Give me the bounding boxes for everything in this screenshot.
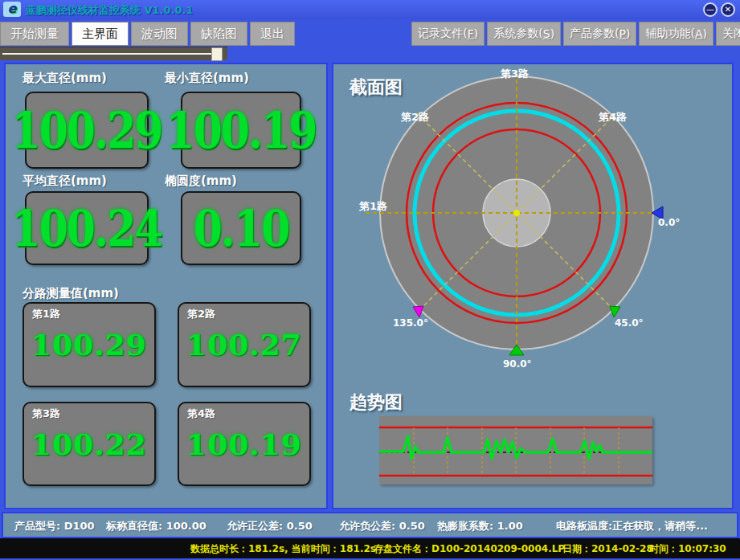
angle-45-label: 45.0°: [615, 317, 644, 329]
window-title: 蓝鹏测径仪线材监控系统 V1.0.0.1: [26, 3, 194, 18]
main-screen-button[interactable]: 主界面: [72, 22, 129, 46]
current-date: 日期：2014-02-28: [562, 542, 653, 556]
max-diameter-label: 最大直径(mm): [22, 71, 107, 86]
ovality-display: 0.10: [181, 191, 301, 265]
close-button[interactable]: ✕: [721, 2, 735, 17]
start-measure-button[interactable]: 开始测量: [0, 22, 69, 46]
current-time: 时间：10:07:30: [649, 542, 726, 556]
path2-label: 第2路: [400, 111, 430, 123]
avg-diameter-display: 100.24: [25, 191, 149, 265]
max-diameter-display: 100.29: [25, 92, 149, 169]
app-window: e 蓝鹏测径仪线材监控系统 V1.0.0.1 — ✕ 开始测量 主界面 波动图 …: [0, 0, 740, 560]
menu-system-params[interactable]: 系统参数(S): [487, 22, 561, 46]
nominal-diameter: 标称直径值: 100.00: [106, 519, 206, 533]
path4-label: 第4路: [598, 111, 628, 123]
product-status-bar: 产品型号: D100 标称直径值: 100.00 允许正公差: 0.50 允许负…: [2, 512, 738, 538]
channel2-label: 第2路: [187, 307, 215, 321]
trend-chart-svg: [379, 416, 652, 484]
channel3-display: 第3路 100.22: [22, 402, 156, 486]
min-diameter-label: 最小直径(mm): [165, 71, 249, 86]
section-view-title: 截面图: [350, 76, 403, 100]
channel4-display: 第4路 100.19: [178, 402, 311, 486]
ovality-label: 椭圆度(mm): [165, 174, 237, 189]
progress-slider[interactable]: [0, 47, 227, 60]
trend-chart-title: 趋势图: [350, 390, 403, 415]
center-point: [513, 210, 520, 216]
channel-section-label: 分路测量值(mm): [22, 286, 119, 301]
section-view-panel: 0.0° 45.0° 90.0° 135.0° 第1路 第2路 第3路 第4路 …: [332, 63, 734, 509]
save-filename: 存盘文件名：D100-20140209-0004.LP: [374, 542, 565, 556]
menu-product-params[interactable]: 产品参数(P): [563, 22, 636, 46]
channel3-label: 第3路: [32, 407, 60, 421]
positive-tolerance: 允许正公差: 0.50: [227, 519, 313, 533]
channel2-display: 第2路 100.27: [178, 302, 311, 387]
slider-handle[interactable]: [211, 47, 223, 61]
toolbar: 开始测量 主界面 波动图 缺陷图 退出 记录文件(F) 系统参数(S) 产品参数…: [0, 19, 740, 47]
thermal-coefficient: 热膨胀系数: 1.00: [437, 519, 523, 533]
avg-diameter-label: 平均直径(mm): [22, 174, 107, 189]
trend-chart: [379, 416, 652, 484]
exit-button[interactable]: 退出: [250, 22, 295, 46]
menu-aux-functions[interactable]: 辅助功能(A): [639, 22, 713, 46]
min-diameter-display: 100.19: [181, 92, 301, 169]
path3-label: 第3路: [500, 67, 529, 80]
angle-0-label: 0.0°: [658, 217, 680, 228]
channel4-label: 第4路: [187, 407, 215, 421]
channel1-display: 第1路 100.29: [22, 302, 156, 387]
menu-record-files[interactable]: 记录文件(F): [411, 22, 484, 46]
board-temperature: 电路板温度:正在获取，请稍等...: [556, 519, 708, 533]
app-logo-icon: e: [3, 2, 21, 17]
defect-chart-button[interactable]: 缺陷图: [190, 22, 247, 46]
path1-label: 第1路: [358, 200, 388, 212]
slider-track-line: [2, 53, 213, 55]
channel1-label: 第1路: [32, 307, 60, 321]
menu-close-alarm[interactable]: 关闭报警: [716, 22, 740, 46]
angle-135-label: 135.0°: [393, 317, 428, 329]
fluctuation-chart-button[interactable]: 波动图: [131, 22, 188, 46]
measurement-panel: 最大直径(mm) 最小直径(mm) 100.29 100.19 平均直径(mm)…: [4, 63, 328, 509]
title-bar: e 蓝鹏测径仪线材监控系统 V1.0.0.1 — ✕: [0, 0, 740, 19]
negative-tolerance: 允许负公差: 0.50: [339, 519, 425, 533]
bottom-info-bar: 数据总时长：181.2s, 当前时间：181.2s 存盘文件名：D100-201…: [0, 538, 740, 558]
product-model: 产品型号: D100: [14, 519, 95, 533]
data-duration: 数据总时长：181.2s, 当前时间：181.2s: [190, 542, 376, 556]
menu-bar: 记录文件(F) 系统参数(S) 产品参数(P) 辅助功能(A) 关闭报警: [411, 22, 740, 46]
minimize-button[interactable]: —: [703, 2, 718, 17]
angle-90-label: 90.0°: [503, 358, 532, 370]
